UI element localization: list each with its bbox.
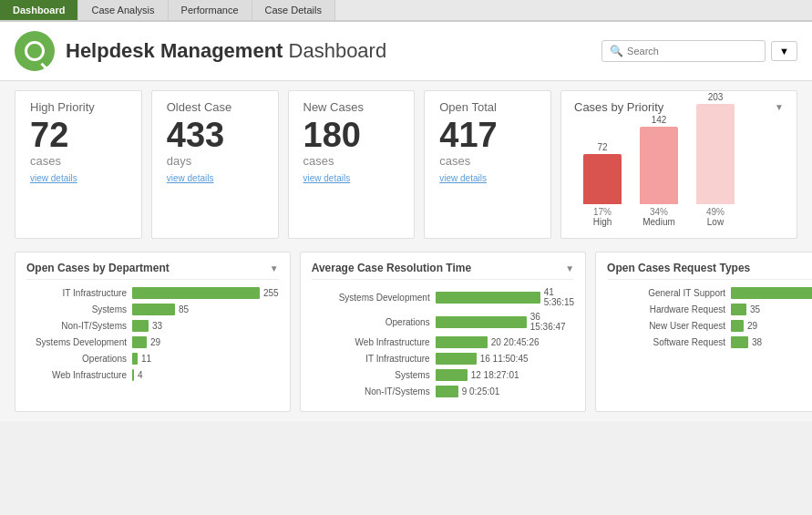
resolution-chart-header: Average Case Resolution Time ▼ bbox=[312, 262, 574, 280]
logo bbox=[15, 31, 55, 71]
kpi-open-total-label: Open Total bbox=[439, 100, 536, 114]
dept-chart-panel: Open Cases by Department ▼ IT Infrastruc… bbox=[15, 252, 291, 412]
kpi-new-cases-unit: cases bbox=[303, 154, 400, 168]
dept-chart-header: Open Cases by Department ▼ bbox=[26, 262, 279, 280]
kpi-high-priority-label: High Priority bbox=[30, 100, 127, 114]
priority-chart-dropdown-icon[interactable]: ▼ bbox=[775, 102, 784, 112]
dept-row-label: Non-IT/Systems bbox=[26, 321, 127, 331]
dept-row: Systems85 bbox=[26, 304, 279, 315]
dept-row: IT Infrastructure255 bbox=[26, 287, 279, 299]
dept-chart-rows: IT Infrastructure255Systems85Non-IT/Syst… bbox=[26, 287, 279, 381]
tab-case-analysis[interactable]: Case Analysis bbox=[78, 0, 168, 20]
search-input[interactable] bbox=[627, 46, 755, 57]
priority-bar-high-pct: 17% bbox=[593, 207, 612, 217]
priority-bar-medium-bar bbox=[640, 127, 678, 204]
dept-row-count: 255 bbox=[263, 288, 279, 298]
resolution-row-bar bbox=[436, 369, 468, 381]
priority-bar-low-label: Low bbox=[707, 217, 724, 227]
dept-row-label: Web Infrastructure bbox=[26, 370, 127, 380]
resolution-row-label: Non-IT/Systems bbox=[312, 386, 430, 397]
resolution-chart-rows: Systems Development41 5:36:15Operations3… bbox=[312, 287, 574, 397]
resolution-row: Systems12 18:27:01 bbox=[312, 369, 574, 381]
kpi-high-priority: High Priority 72 cases view details bbox=[15, 90, 142, 239]
resolution-row-count: 41 5:36:15 bbox=[544, 287, 574, 307]
dept-chart-dropdown[interactable]: ▼ bbox=[270, 263, 279, 273]
search-box[interactable]: 🔍 bbox=[601, 40, 766, 62]
resolution-row-bar bbox=[436, 386, 458, 397]
app-title: Helpdesk Management Dashboard bbox=[66, 39, 386, 63]
request-row: Software Request38 bbox=[607, 336, 812, 348]
charts-row: Open Cases by Department ▼ IT Infrastruc… bbox=[15, 252, 797, 412]
kpi-open-total-unit: cases bbox=[439, 154, 536, 168]
logo-stick bbox=[40, 63, 48, 71]
resolution-chart-dropdown[interactable]: ▼ bbox=[565, 263, 574, 273]
resolution-row-label: Operations bbox=[312, 317, 430, 327]
resolution-row-count: 16 11:50:45 bbox=[480, 354, 529, 364]
dept-row-bar bbox=[132, 304, 175, 315]
kpi-oldest-case-value: 433 bbox=[167, 118, 263, 152]
kpi-row: High Priority 72 cases view details Olde… bbox=[15, 90, 797, 239]
resolution-row-count: 12 18:27:01 bbox=[471, 370, 519, 380]
dept-row: Operations11 bbox=[26, 353, 279, 365]
priority-bar-high-label: High bbox=[593, 217, 612, 227]
dept-row-count: 29 bbox=[150, 337, 160, 347]
tab-bar: Dashboard Case Analysis Performance Case… bbox=[0, 0, 812, 22]
dept-row-count: 11 bbox=[141, 354, 151, 364]
title-bold: Dashboard bbox=[289, 39, 387, 62]
dept-row: Non-IT/Systems33 bbox=[26, 320, 279, 332]
title-light: Helpdesk Management bbox=[66, 39, 283, 62]
header: Helpdesk Management Dashboard 🔍 ▼ bbox=[0, 22, 812, 81]
request-row: New User Request29 bbox=[607, 320, 812, 332]
tab-case-details[interactable]: Case Details bbox=[252, 0, 335, 20]
priority-chart-title: Cases by Priority bbox=[574, 100, 663, 114]
dept-chart-title: Open Cases by Department bbox=[26, 262, 170, 274]
resolution-row-bar bbox=[436, 353, 477, 365]
priority-bar-low-bar bbox=[696, 104, 735, 204]
request-row-bar bbox=[731, 287, 812, 299]
kpi-open-total-value: 417 bbox=[439, 118, 536, 152]
dept-row: Web Infrastructure4 bbox=[26, 369, 279, 381]
tab-dashboard[interactable]: Dashboard bbox=[0, 0, 78, 20]
resolution-row-count: 36 15:36:47 bbox=[530, 312, 574, 332]
dept-row-label: Operations bbox=[26, 354, 127, 364]
priority-bar-medium: 14234%Medium bbox=[640, 115, 678, 227]
resolution-row: Web Infrastructure20 20:45:26 bbox=[312, 336, 574, 348]
request-row: General IT Support315 bbox=[607, 287, 812, 299]
resolution-row: Non-IT/Systems9 0:25:01 bbox=[312, 386, 574, 397]
request-row-label: Hardware Request bbox=[607, 304, 725, 314]
priority-bar-medium-label: Medium bbox=[642, 217, 675, 227]
priority-bar-low-value: 203 bbox=[708, 92, 724, 102]
dept-row-label: IT Infrastructure bbox=[26, 288, 127, 298]
kpi-new-cases-link[interactable]: view details bbox=[303, 173, 400, 183]
kpi-oldest-case-link[interactable]: view details bbox=[167, 173, 263, 183]
priority-bar-high: 7217%High bbox=[583, 142, 622, 227]
request-row-count: 35 bbox=[750, 304, 760, 314]
priority-chart-header: Cases by Priority ▼ bbox=[574, 100, 784, 114]
resolution-row-label: IT Infrastructure bbox=[312, 354, 430, 364]
kpi-open-total-link[interactable]: view details bbox=[439, 173, 536, 183]
resolution-row-bar bbox=[436, 336, 488, 348]
request-row-label: General IT Support bbox=[607, 288, 725, 298]
kpi-high-priority-link[interactable]: view details bbox=[30, 173, 127, 183]
priority-bar-low-pct: 49% bbox=[706, 207, 725, 217]
resolution-row-label: Web Infrastructure bbox=[312, 337, 430, 347]
request-row-bar bbox=[731, 320, 744, 332]
request-row-count: 29 bbox=[747, 321, 757, 331]
resolution-row-count: 20 20:45:26 bbox=[491, 337, 540, 347]
priority-bar-medium-pct: 34% bbox=[650, 207, 668, 217]
tab-performance[interactable]: Performance bbox=[169, 0, 252, 20]
header-dropdown-button[interactable]: ▼ bbox=[771, 41, 797, 61]
resolution-row: Operations36 15:36:47 bbox=[312, 312, 574, 332]
dept-row-label: Systems bbox=[26, 304, 127, 314]
resolution-row-label: Systems bbox=[312, 370, 430, 380]
logo-circle bbox=[25, 41, 45, 61]
dept-row: Systems Development29 bbox=[26, 336, 279, 348]
dept-row-bar bbox=[132, 320, 149, 332]
priority-bar-medium-value: 142 bbox=[652, 115, 667, 125]
dept-row-count: 33 bbox=[152, 321, 162, 331]
kpi-high-priority-value: 72 bbox=[30, 118, 127, 152]
priority-bar-high-bar bbox=[583, 154, 622, 204]
dept-row-count: 4 bbox=[138, 370, 143, 380]
request-row-count: 38 bbox=[752, 337, 762, 347]
kpi-new-cases: New Cases 180 cases view details bbox=[288, 90, 416, 239]
